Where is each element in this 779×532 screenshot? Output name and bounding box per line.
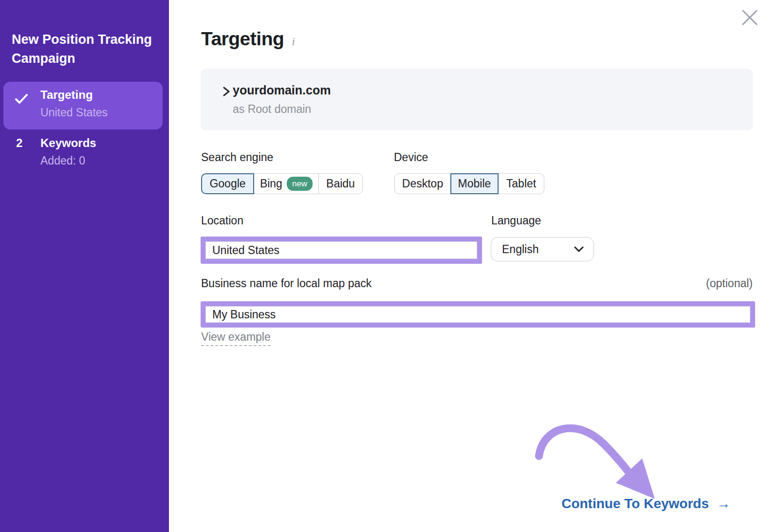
baidu-option-label: Baidu [326, 177, 355, 190]
desktop-option-label: Desktop [402, 177, 443, 190]
search-engine-label: Search engine [201, 151, 273, 164]
business-name-label: Business name for local map pack [201, 277, 371, 290]
step-keywords-label: Keywords [40, 136, 96, 150]
domain-scope: as Root domain [233, 103, 311, 116]
location-input[interactable] [205, 241, 477, 259]
continue-to-keywords-button[interactable]: Continue To Keywords → [561, 496, 730, 512]
business-name-input[interactable] [205, 306, 750, 323]
device-option-tablet[interactable]: Tablet [498, 173, 544, 194]
device-option-mobile[interactable]: Mobile [450, 173, 499, 194]
mobile-option-label: Mobile [458, 177, 491, 190]
device-toggle: Desktop Mobile Tablet [394, 173, 544, 194]
page-header: Targeting i [201, 28, 295, 50]
search-engine-option-google[interactable]: Google [201, 173, 254, 194]
tablet-option-label: Tablet [506, 177, 536, 190]
chevron-down-icon [574, 246, 584, 252]
google-option-label: Google [209, 177, 245, 190]
search-engine-option-baidu[interactable]: Baidu [318, 173, 363, 194]
location-label: Location [201, 214, 243, 227]
sidebar-step-targeting[interactable]: Targeting United States [3, 82, 163, 129]
location-highlight-annotation [201, 237, 482, 264]
info-icon[interactable]: i [292, 35, 295, 48]
page-title: Targeting [201, 28, 284, 50]
bing-option-label: Bing [260, 177, 282, 190]
domain-name: yourdomain.com [233, 83, 331, 97]
search-engine-toggle: Google Bing new Baidu [201, 173, 363, 194]
device-option-desktop[interactable]: Desktop [394, 173, 451, 194]
language-select-value: English [502, 243, 538, 256]
device-label: Device [394, 151, 428, 164]
new-campaign-modal: New Position Tracking Campaign Targeting… [0, 0, 779, 532]
optional-hint: (optional) [688, 277, 753, 290]
step-targeting-label: Targeting [40, 88, 93, 102]
new-badge: new [287, 177, 313, 191]
domain-card[interactable]: yourdomain.com as Root domain [201, 69, 753, 130]
check-icon [15, 93, 28, 104]
business-name-highlight-annotation [201, 301, 755, 328]
view-example-link[interactable]: View example [201, 330, 271, 346]
language-label: Language [491, 214, 541, 227]
chevron-right-icon [222, 86, 231, 97]
campaign-sidebar: New Position Tracking Campaign Targeting… [0, 0, 169, 532]
search-engine-option-bing[interactable]: Bing new [254, 173, 319, 194]
campaign-title: New Position Tracking Campaign [12, 30, 158, 68]
arrow-right-icon: → [717, 496, 730, 512]
step-keywords-sublabel: Added: 0 [40, 154, 85, 167]
close-icon[interactable] [740, 8, 760, 27]
step-keywords-number: 2 [16, 136, 22, 150]
curved-arrow-annotation [526, 415, 662, 505]
continue-label: Continue To Keywords [561, 496, 709, 512]
step-targeting-sublabel: United States [40, 106, 108, 119]
language-select[interactable]: English [491, 237, 594, 261]
